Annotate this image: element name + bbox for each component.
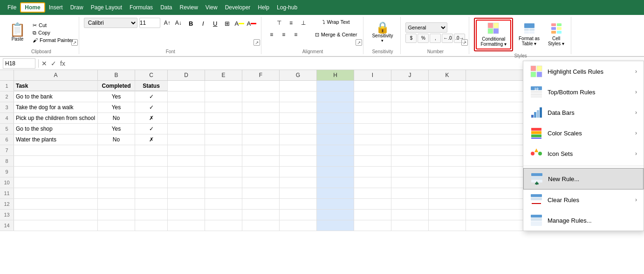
- cell-f-6[interactable]: [242, 134, 280, 145]
- font-name-select[interactable]: Calibri: [84, 18, 137, 28]
- cell-c-5[interactable]: ✓: [135, 124, 168, 134]
- cell-i-12[interactable]: [354, 199, 391, 209]
- col-header-f[interactable]: F: [242, 70, 280, 80]
- cell-e-5[interactable]: [205, 124, 242, 134]
- cell-j-2[interactable]: [391, 91, 429, 102]
- cell-k-8[interactable]: [429, 156, 466, 166]
- cell-j-5[interactable]: [391, 124, 429, 134]
- cell-b-2[interactable]: Yes: [98, 91, 135, 102]
- font-expand[interactable]: ↗: [253, 39, 260, 46]
- accounting-button[interactable]: $: [405, 34, 417, 43]
- cell-h-1[interactable]: [317, 81, 354, 91]
- cell-f-1[interactable]: [242, 81, 280, 91]
- cell-h-12[interactable]: [317, 199, 354, 209]
- cell-k-10[interactable]: [429, 177, 466, 188]
- cell-k-7[interactable]: [429, 145, 466, 155]
- cell-j-14[interactable]: [391, 220, 429, 231]
- cell-d-2[interactable]: [168, 91, 205, 102]
- menu-item-file[interactable]: File: [4, 3, 20, 12]
- menu-item-draw[interactable]: Draw: [67, 3, 87, 12]
- menu-item-formulas[interactable]: Formulas: [126, 3, 157, 12]
- cell-h-11[interactable]: [317, 188, 354, 198]
- cell-b-5[interactable]: Yes: [98, 124, 135, 134]
- cell-f-10[interactable]: [242, 177, 280, 188]
- cell-g-8[interactable]: [280, 156, 317, 166]
- cell-g-12[interactable]: [280, 199, 317, 209]
- cell-h-6[interactable]: [317, 134, 354, 145]
- function-icon[interactable]: fx: [60, 60, 65, 67]
- cell-h-2[interactable]: [317, 91, 354, 102]
- cell-c-7[interactable]: [135, 145, 168, 155]
- cell-b-11[interactable]: [98, 188, 135, 198]
- cell-d-12[interactable]: [168, 199, 205, 209]
- dropdown-item-top_bottom_rules[interactable]: 10 Top/Bottom Rules›: [523, 82, 644, 102]
- cell-h-10[interactable]: [317, 177, 354, 188]
- paste-button[interactable]: 📋 Paste: [7, 21, 27, 43]
- cell-g-6[interactable]: [280, 134, 317, 145]
- cell-a-11[interactable]: [14, 188, 98, 198]
- cell-d-10[interactable]: [168, 177, 205, 188]
- cell-g-7[interactable]: [280, 145, 317, 155]
- cell-i-9[interactable]: [354, 167, 391, 177]
- cell-d-8[interactable]: [168, 156, 205, 166]
- cell-b-3[interactable]: Yes: [98, 102, 135, 112]
- align-middle-button[interactable]: ≡: [286, 18, 297, 28]
- align-top-button[interactable]: ⊤: [274, 18, 285, 28]
- cell-h-14[interactable]: [317, 220, 354, 231]
- cell-b-7[interactable]: [98, 145, 135, 155]
- cell-k-9[interactable]: [429, 167, 466, 177]
- menu-item-review[interactable]: Review: [176, 3, 201, 12]
- cell-j-9[interactable]: [391, 167, 429, 177]
- cell-a-3[interactable]: Take the dog for a walk: [14, 102, 98, 112]
- cell-e-13[interactable]: [205, 210, 242, 220]
- cell-d-7[interactable]: [168, 145, 205, 155]
- cell-f-14[interactable]: [242, 220, 280, 231]
- cell-j-3[interactable]: [391, 102, 429, 112]
- cell-g-5[interactable]: [280, 124, 317, 134]
- cell-e-7[interactable]: [205, 145, 242, 155]
- cell-k-13[interactable]: [429, 210, 466, 220]
- cell-a-5[interactable]: Go to the shop: [14, 124, 98, 134]
- cell-reference-box[interactable]: H18: [3, 58, 35, 69]
- merge-center-button[interactable]: ⊡ Merge & Center: [313, 29, 360, 40]
- cell-k-2[interactable]: [429, 91, 466, 102]
- cell-d-6[interactable]: [168, 134, 205, 145]
- cell-j-6[interactable]: [391, 134, 429, 145]
- col-header-a[interactable]: A: [14, 70, 98, 80]
- clipboard-expand[interactable]: ↗: [71, 39, 78, 46]
- align-left-button[interactable]: ≡: [266, 29, 277, 40]
- menu-item-home[interactable]: Home: [20, 2, 45, 13]
- col-header-b[interactable]: B: [98, 70, 135, 80]
- cell-a-4[interactable]: Pick up the children from school: [14, 113, 98, 123]
- cell-styles-button[interactable]: Cell Styles ▾: [545, 21, 567, 48]
- cell-b-8[interactable]: [98, 156, 135, 166]
- cell-d-3[interactable]: [168, 102, 205, 112]
- format-painter-button[interactable]: 🖌 Format Painter: [31, 37, 75, 43]
- cell-k-5[interactable]: [429, 124, 466, 134]
- cell-d-14[interactable]: [168, 220, 205, 231]
- cancel-icon[interactable]: ✕: [41, 60, 47, 67]
- cell-c-13[interactable]: [135, 210, 168, 220]
- confirm-icon[interactable]: ✓: [51, 60, 56, 67]
- cell-g-14[interactable]: [280, 220, 317, 231]
- cell-i-6[interactable]: [354, 134, 391, 145]
- cell-i-3[interactable]: [354, 102, 391, 112]
- cell-j-8[interactable]: [391, 156, 429, 166]
- number-expand[interactable]: ↗: [461, 39, 468, 46]
- cell-b-14[interactable]: [98, 220, 135, 231]
- decrease-decimal-button[interactable]: ←.0: [442, 34, 453, 43]
- alignment-expand[interactable]: ↗: [356, 39, 362, 46]
- cell-g-2[interactable]: [280, 91, 317, 102]
- cell-g-4[interactable]: [280, 113, 317, 123]
- cell-f-7[interactable]: [242, 145, 280, 155]
- menu-item-loghub[interactable]: Log-hub: [273, 3, 301, 12]
- cell-c-2[interactable]: ✓: [135, 91, 168, 102]
- underline-button[interactable]: U: [210, 18, 221, 29]
- cell-k-3[interactable]: [429, 102, 466, 112]
- cell-i-1[interactable]: [354, 81, 391, 91]
- menu-item-view[interactable]: View: [202, 3, 221, 12]
- cell-c-3[interactable]: ✓: [135, 102, 168, 112]
- cell-j-1[interactable]: [391, 81, 429, 91]
- cell-h-3[interactable]: [317, 102, 354, 112]
- cell-f-12[interactable]: [242, 199, 280, 209]
